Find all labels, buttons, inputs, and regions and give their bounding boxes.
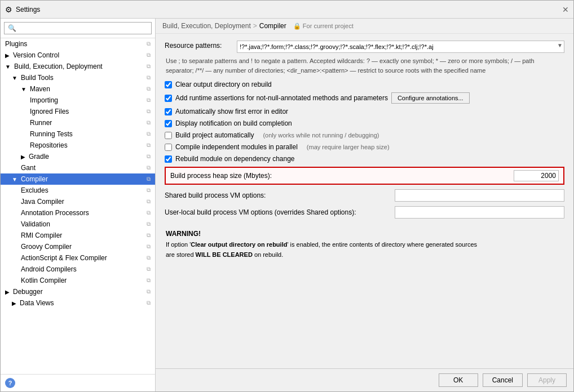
sidebar-item-label: Repositories — [30, 141, 68, 149]
user-vm-input[interactable] — [395, 206, 564, 219]
expand-icon: ▼ — [12, 75, 17, 81]
sidebar-item-java-compiler[interactable]: Java Compiler ⧉ — [1, 196, 155, 207]
parallel-compile-note: (may require larger heap size) — [307, 144, 390, 150]
sidebar-item-label: Debugger — [13, 288, 43, 296]
help-section: ? — [1, 374, 155, 391]
sidebar-item-build-exec-deploy[interactable]: ▼ Build, Execution, Deployment ⧉ — [1, 61, 155, 72]
sidebar-item-label: Compiler — [21, 175, 48, 183]
sidebar-item-actionscript-flex[interactable]: ActionScript & Flex Compiler ⧉ — [1, 252, 155, 264]
copy-icon: ⧉ — [147, 210, 151, 216]
copy-icon: ⧉ — [147, 277, 151, 284]
sidebar-item-label: ActionScript & Flex Compiler — [21, 254, 107, 262]
sidebar-item-label: Build, Execution, Deployment — [14, 63, 103, 70]
close-button[interactable]: ✕ — [562, 5, 569, 14]
sidebar-item-gant[interactable]: Gant ⧉ — [1, 162, 155, 173]
sidebar: Plugins ⧉ ▶ Version Control ⧉ ▼ Build, E… — [1, 19, 156, 391]
sidebar-item-plugins[interactable]: Plugins ⧉ — [1, 38, 155, 50]
sidebar-item-compiler[interactable]: ▼ Compiler ⧉ — [1, 173, 155, 185]
configure-annotations-button[interactable]: Configure annotations... — [391, 92, 470, 104]
copy-icon: ⧉ — [147, 255, 151, 261]
resource-patterns-row: Resource patterns: ▼ — [165, 41, 564, 53]
warning-highlight2: WILL BE CLEARED — [196, 251, 253, 258]
sidebar-item-running-tests[interactable]: Running Tests ⧉ — [1, 128, 155, 140]
sidebar-item-excludes[interactable]: Excludes ⧉ — [1, 185, 155, 196]
titlebar-left: ⚙ Settings — [5, 5, 40, 14]
sidebar-item-debugger[interactable]: ▶ Debugger ⧉ — [1, 286, 155, 297]
assertions-checkbox[interactable] — [165, 95, 172, 102]
copy-icon: ⧉ — [147, 153, 151, 160]
search-input[interactable] — [4, 22, 152, 34]
ok-button[interactable]: OK — [439, 373, 478, 387]
sidebar-item-ignored-files[interactable]: Ignored Files ⧉ — [1, 106, 155, 117]
window-title: Settings — [16, 6, 40, 14]
shared-vm-label: Shared build process VM options: — [165, 191, 390, 199]
settings-panel: Resource patterns: ▼ Use ; to separate p… — [156, 34, 573, 368]
copy-icon: ⧉ — [147, 142, 151, 149]
clear-output-label: Clear output directory on rebuild — [175, 81, 272, 88]
expand-icon: ▼ — [21, 86, 27, 92]
sidebar-item-groovy-compiler[interactable]: Groovy Compiler ⧉ — [1, 241, 155, 252]
show-error-label: Automatically show first error in editor — [175, 108, 288, 115]
sidebar-item-version-control[interactable]: ▶ Version Control ⧉ — [1, 50, 155, 61]
show-error-checkbox[interactable] — [165, 108, 172, 115]
parallel-compile-checkbox[interactable] — [165, 144, 172, 151]
lock-icon: 🔒 — [293, 23, 301, 29]
sidebar-item-gradle[interactable]: ▶ Gradle ⧉ — [1, 151, 155, 162]
heap-size-row: Build process heap size (Mbytes): — [165, 167, 564, 185]
sidebar-item-android-compilers[interactable]: Android Compilers ⧉ — [1, 264, 155, 275]
sidebar-item-validation[interactable]: Validation ⧉ — [1, 219, 155, 230]
copy-icon: ⧉ — [147, 119, 151, 126]
sidebar-item-label: Java Compiler — [21, 198, 64, 206]
checkbox-row-parallel: Compile independent modules in parallel … — [165, 143, 564, 151]
sidebar-item-runner[interactable]: Runner ⧉ — [1, 117, 155, 128]
heap-size-input[interactable] — [514, 170, 559, 181]
sidebar-item-importing[interactable]: Importing ⧉ — [1, 95, 155, 106]
hint-text: Use ; to separate patterns and ! to nega… — [165, 56, 564, 75]
parallel-compile-label: Compile independent modules in parallel — [175, 143, 298, 151]
copy-icon: ⧉ — [147, 187, 151, 194]
notification-label: Display notification on build completion — [175, 119, 292, 127]
sidebar-item-label: Kotlin Compiler — [21, 277, 67, 284]
assertions-label: Add runtime assertions for not-null-anno… — [175, 94, 388, 102]
notification-checkbox[interactable] — [165, 120, 172, 127]
dropdown-icon: ▼ — [557, 42, 563, 48]
rebuild-label: Rebuild module on dependency change — [175, 155, 295, 163]
warning-title: WARNING! — [166, 230, 563, 238]
sidebar-item-rmi-compiler[interactable]: RMI Compiler ⧉ — [1, 230, 155, 241]
settings-icon: ⚙ — [5, 5, 12, 14]
sidebar-item-label: RMI Compiler — [21, 231, 62, 239]
copy-icon: ⧉ — [147, 232, 151, 239]
copy-icon: ⧉ — [147, 41, 151, 47]
sidebar-item-maven[interactable]: ▼ Maven ⧉ — [1, 83, 155, 95]
sidebar-item-label: Ignored Files — [30, 108, 69, 115]
sidebar-item-kotlin-compiler[interactable]: Kotlin Compiler ⧉ — [1, 275, 155, 286]
copy-icon: ⧉ — [147, 63, 151, 70]
copy-icon: ⧉ — [147, 86, 151, 92]
auto-build-note: (only works while not running / debuggin… — [263, 132, 379, 139]
sidebar-item-label: Build Tools — [21, 74, 54, 82]
sidebar-item-annotation-processors[interactable]: Annotation Processors ⧉ — [1, 207, 155, 219]
cancel-button[interactable]: Cancel — [483, 373, 523, 387]
resource-patterns-label: Resource patterns: — [165, 41, 232, 50]
breadcrumb: Build, Execution, Deployment > Compiler … — [156, 19, 573, 34]
checkbox-row-clear-output: Clear output directory on rebuild — [165, 81, 564, 88]
rebuild-checkbox[interactable] — [165, 155, 172, 163]
apply-button[interactable]: Apply — [527, 373, 567, 387]
clear-output-checkbox[interactable] — [165, 81, 172, 88]
user-vm-row: User-local build process VM options (ove… — [165, 206, 564, 219]
copy-icon: ⧉ — [147, 97, 151, 104]
breadcrumb-part1: Build, Execution, Deployment — [162, 22, 251, 30]
auto-build-checkbox[interactable] — [165, 132, 172, 139]
sidebar-item-label: Running Tests — [30, 130, 73, 138]
shared-vm-input[interactable] — [395, 189, 564, 202]
sidebar-item-build-tools[interactable]: ▼ Build Tools ⧉ — [1, 72, 155, 83]
help-button[interactable]: ? — [5, 378, 15, 388]
sidebar-item-label: Version Control — [13, 51, 59, 59]
resource-patterns-input[interactable] — [237, 41, 564, 53]
copy-icon: ⧉ — [147, 52, 151, 59]
expand-icon: ▶ — [21, 154, 25, 160]
sidebar-item-repositories[interactable]: Repositories ⧉ — [1, 140, 155, 151]
checkbox-row-assertions: Add runtime assertions for not-null-anno… — [165, 92, 564, 104]
copy-icon: ⧉ — [147, 198, 151, 205]
sidebar-item-data-views[interactable]: ▶ Data Views ⧉ — [1, 297, 155, 309]
